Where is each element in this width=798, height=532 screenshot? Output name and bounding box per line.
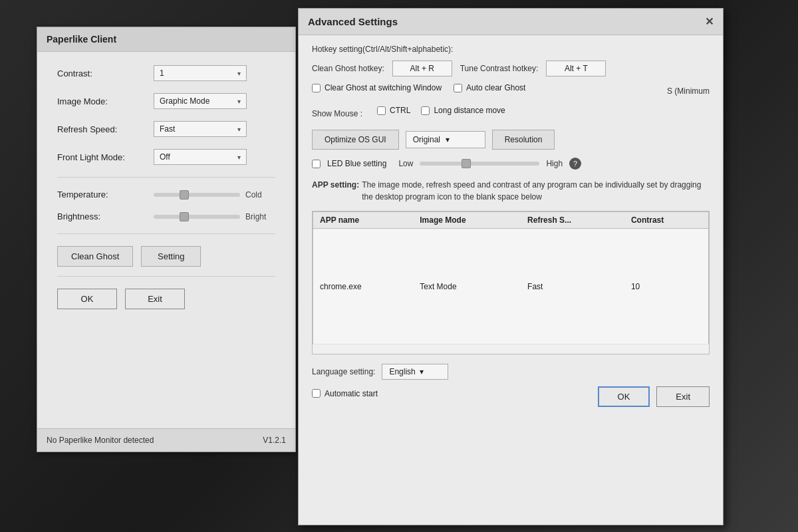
- optimize-os-gui-button[interactable]: Optimize OS GUI: [312, 130, 399, 150]
- clean-ghost-button[interactable]: Clean Ghost: [57, 246, 133, 267]
- ctrl-checkbox[interactable]: [377, 106, 386, 115]
- led-row: LED Blue setting Low High ?: [312, 158, 710, 170]
- refresh-speed-select[interactable]: Fast ▾: [154, 121, 247, 137]
- table-header-row: APP name Image Mode Refresh S... Contras…: [313, 212, 709, 229]
- temperature-row: Temperature: Cold: [57, 190, 275, 200]
- app-table-wrapper: APP name Image Mode Refresh S... Contras…: [312, 211, 710, 354]
- paperlike-title: Paperlike Client: [47, 34, 116, 45]
- no-monitor-text: No Paperlike Monitor detected: [47, 436, 154, 445]
- contrast-value: 1: [160, 68, 164, 78]
- ctrl-label: CTRL: [390, 106, 410, 115]
- front-light-arrow: ▾: [237, 154, 241, 161]
- image-mode-select[interactable]: Graphic Mode ▾: [154, 93, 247, 109]
- col-image-mode: Image Mode: [413, 212, 521, 229]
- temperature-side-label: Cold: [245, 190, 262, 200]
- advanced-bottom-row: Automatic start OK Exit: [312, 386, 710, 407]
- version-text: V1.2.1: [263, 436, 286, 445]
- language-arrow: ▾: [420, 367, 424, 376]
- app-table: APP name Image Mode Refresh S... Contras…: [313, 211, 709, 344]
- tune-contrast-hotkey-input[interactable]: [546, 61, 606, 76]
- language-label: Language setting:: [312, 367, 375, 376]
- resolution-button[interactable]: Resolution: [492, 130, 555, 150]
- original-dropdown[interactable]: Original ▾: [406, 131, 485, 148]
- led-slider-track[interactable]: [420, 162, 539, 166]
- front-light-row: Front Light Mode: Off ▾: [57, 149, 275, 165]
- front-light-select[interactable]: Off ▾: [154, 149, 247, 165]
- refresh-speed-cell: Fast: [521, 229, 624, 344]
- auto-start-row: Automatic start: [312, 389, 378, 398]
- brightness-track[interactable]: [154, 215, 240, 219]
- divider-3: [57, 276, 275, 277]
- setting-button[interactable]: Setting: [141, 246, 201, 267]
- col-refresh-speed: Refresh S...: [521, 212, 624, 229]
- contrast-select[interactable]: 1 ▾: [154, 65, 247, 81]
- contrast-label: Contrast:: [57, 68, 154, 78]
- advanced-exit-button[interactable]: Exit: [656, 386, 710, 407]
- col-contrast: Contrast: [624, 212, 709, 229]
- brightness-label: Brightness:: [57, 211, 154, 221]
- show-mouse-label: Show Mouse :: [312, 109, 362, 118]
- app-name-cell: chrome.exe: [313, 229, 414, 344]
- refresh-speed-label: Refresh Speed:: [57, 124, 154, 134]
- language-value: English: [389, 367, 415, 376]
- front-light-value: Off: [160, 152, 170, 162]
- image-mode-row: Image Mode: Graphic Mode ▾: [57, 93, 275, 109]
- refresh-speed-arrow: ▾: [237, 126, 241, 133]
- divider-1: [57, 177, 275, 178]
- clear-ghost-switching-label: Clear Ghost at switching Window: [325, 83, 442, 92]
- language-select[interactable]: English ▾: [382, 364, 448, 380]
- temperature-thumb[interactable]: [180, 190, 189, 200]
- advanced-window: Advanced Settings ✕ Hotkey setting(Ctrl/…: [298, 8, 724, 525]
- image-mode-label: Image Mode:: [57, 96, 154, 106]
- brightness-row: Brightness: Bright: [57, 211, 275, 221]
- brightness-slider-container: Bright: [154, 212, 275, 221]
- auto-start-checkbox[interactable]: [312, 389, 321, 398]
- divider-2: [57, 233, 275, 234]
- contrast-row: Contrast: 1 ▾: [57, 65, 275, 81]
- long-distance-checkbox[interactable]: [421, 106, 430, 115]
- auto-clear-ghost-row: Auto clear Ghost: [454, 83, 525, 92]
- led-slider-thumb[interactable]: [462, 159, 471, 168]
- led-high-label: High: [546, 159, 563, 168]
- tune-contrast-hotkey-label: Tune Contrast hotkey:: [460, 64, 539, 73]
- front-light-label: Front Light Mode:: [57, 152, 154, 162]
- temperature-track[interactable]: [154, 193, 240, 197]
- refresh-speed-value: Fast: [160, 124, 175, 134]
- status-bar: No Paperlike Monitor detected V1.2.1: [37, 428, 295, 452]
- ok-button[interactable]: OK: [57, 289, 117, 309]
- image-mode-cell: Text Mode: [413, 229, 521, 344]
- temperature-label: Temperature:: [57, 190, 154, 200]
- image-mode-arrow: ▾: [237, 98, 241, 105]
- show-mouse-row: Show Mouse : CTRL Long distance move: [312, 106, 710, 122]
- led-low-label: Low: [398, 159, 413, 168]
- contrast-arrow: ▾: [237, 70, 241, 77]
- brightness-thumb[interactable]: [180, 212, 189, 221]
- app-setting-desc: APP setting: The image mode, refresh spe…: [312, 179, 710, 203]
- checkbox-section: Clear Ghost at switching Window Auto cle…: [312, 83, 710, 99]
- led-help-button[interactable]: ?: [569, 158, 581, 170]
- image-mode-value: Graphic Mode: [160, 96, 209, 106]
- clean-ghost-hotkey-input[interactable]: [392, 61, 452, 76]
- auto-clear-ghost-label: Auto clear Ghost: [466, 83, 525, 92]
- contrast-cell: 10: [624, 229, 709, 344]
- original-arrow: ▾: [446, 135, 450, 144]
- auto-clear-ghost-checkbox[interactable]: [454, 84, 462, 92]
- paperlike-titlebar: Paperlike Client: [37, 27, 295, 52]
- optimize-row: Optimize OS GUI Original ▾ Resolution: [312, 130, 710, 150]
- advanced-ok-button[interactable]: OK: [598, 386, 650, 407]
- advanced-close-button[interactable]: ✕: [705, 15, 714, 28]
- clear-ghost-switching-checkbox[interactable]: [312, 84, 321, 92]
- action-buttons-row: Clean Ghost Setting: [57, 246, 275, 267]
- brightness-side-label: Bright: [245, 212, 266, 221]
- clear-ghost-switching-row: Clear Ghost at switching Window: [312, 83, 442, 92]
- col-app-name: APP name: [313, 212, 414, 229]
- original-value: Original: [413, 135, 440, 144]
- exit-button[interactable]: Exit: [125, 289, 185, 309]
- led-blue-checkbox[interactable]: [312, 160, 321, 168]
- s-minimum-label: S (Minimum: [667, 86, 710, 96]
- hotkey-section-label: Hotkey setting(Ctrl/Alt/Shift+alphabetic…: [312, 45, 710, 54]
- clean-ghost-hotkey-label: Clean Ghost hotkey:: [312, 64, 384, 73]
- refresh-speed-row: Refresh Speed: Fast ▾: [57, 121, 275, 137]
- ctrl-row: CTRL: [377, 106, 410, 115]
- app-setting-section: APP setting: The image mode, refresh spe…: [312, 179, 710, 203]
